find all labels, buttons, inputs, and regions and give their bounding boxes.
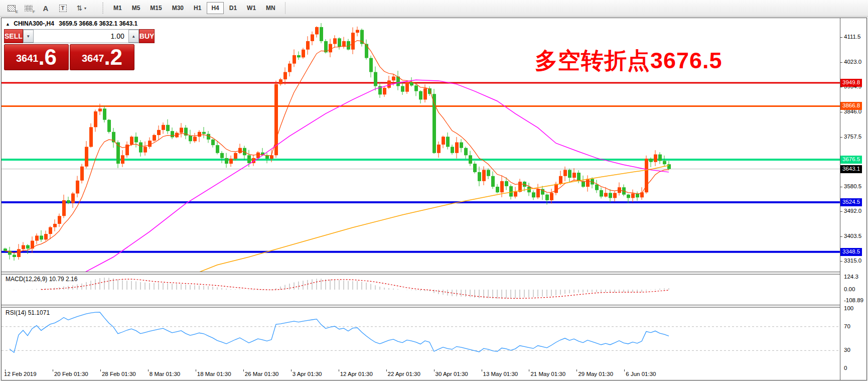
top-toolbar: E F A T ⇅ ▼ M1M5M15M30H1H4D1W1MN xyxy=(0,0,868,17)
price-tick-label: 3846.0 xyxy=(844,108,861,114)
date-tick-label: 21 May 01:30 xyxy=(530,371,565,377)
sell-button[interactable]: SELL xyxy=(4,29,23,43)
timeframe-button-mn[interactable]: MN xyxy=(261,2,280,14)
timeframe-button-m1[interactable]: M1 xyxy=(109,2,126,14)
buy-price-main: 3647 xyxy=(82,48,104,68)
date-tick-mark xyxy=(53,369,53,371)
dropdown-caret-icon: ▼ xyxy=(83,7,87,10)
date-tick-label: 26 Mar 01:30 xyxy=(245,371,279,377)
macd-panel-canvas[interactable] xyxy=(2,275,840,305)
chart-window: 4111.54023.03934.53846.03757.53669.03580… xyxy=(1,18,867,380)
arrows-dropdown-icon[interactable]: ⇅ ▼ xyxy=(73,3,90,14)
date-tick-mark xyxy=(148,369,149,371)
date-tick-label: 29 May 01:30 xyxy=(578,371,613,377)
rsi-panel-canvas[interactable] xyxy=(2,308,840,369)
timeframe-button-h1[interactable]: H1 xyxy=(189,2,206,14)
hatch-glyph xyxy=(8,5,16,12)
date-tick-mark xyxy=(243,369,244,371)
price-tick-label: 4111.5 xyxy=(844,34,860,40)
macd-axis-label: 0.00 xyxy=(844,286,855,292)
one-click-collapse-icon[interactable]: ▲ xyxy=(6,22,10,27)
dots-glyph xyxy=(25,5,33,12)
date-tick-mark xyxy=(624,369,625,371)
date-tick-label: 13 May 01:30 xyxy=(483,371,518,377)
date-tick-label: 6 Jun 01:30 xyxy=(626,371,656,377)
rsi-axis-label: 70 xyxy=(844,323,850,329)
date-tick-label: 18 Mar 01:30 xyxy=(197,371,231,377)
price-tick-label: 3315.0 xyxy=(844,258,861,264)
toolbar-separator xyxy=(285,2,285,14)
price-tick-label: 3580.5 xyxy=(844,183,861,189)
date-tick-label: 20 Feb 01:30 xyxy=(54,371,88,377)
icon-sub-label: E xyxy=(16,10,18,14)
toolbar-grip[interactable] xyxy=(102,3,105,14)
price-tick-label: 3757.5 xyxy=(844,134,861,140)
symbol-name: CHINA300-,H4 xyxy=(14,20,54,27)
date-tick-label: 30 Apr 01:30 xyxy=(436,371,468,377)
volume-input[interactable] xyxy=(34,30,128,43)
price-tick-label: 3934.5 xyxy=(844,83,861,89)
current-price-label: 3643.1 xyxy=(840,165,862,173)
timeframe-button-d1[interactable]: D1 xyxy=(225,2,241,14)
level-price-label: 3348.5 xyxy=(840,248,862,256)
price-tick-label: 3492.0 xyxy=(844,208,861,214)
slow-ma-line xyxy=(195,165,669,272)
ohlc-readout: 3659.5 3668.6 3632.1 3643.1 xyxy=(59,20,137,27)
macd-axis-label: -108.89 xyxy=(844,297,863,303)
date-tick-mark xyxy=(339,369,339,371)
date-tick-mark xyxy=(434,369,435,371)
rsi-axis-label: 30 xyxy=(844,347,850,353)
symbol-header: ▲ CHINA300-,H4 3659.5 3668.6 3632.1 3643… xyxy=(6,20,137,27)
macd-axis-label: 124.3 xyxy=(844,274,858,280)
date-tick-label: 8 Mar 01:30 xyxy=(150,371,180,377)
date-tick-mark xyxy=(100,369,101,371)
buy-price-box[interactable]: 3647 .2 xyxy=(70,44,134,70)
up-down-arrows-icon: ⇅ xyxy=(77,4,83,12)
timeframe-button-m30[interactable]: M30 xyxy=(168,2,188,14)
timeframe-button-w1[interactable]: W1 xyxy=(242,2,260,14)
chart-annotation-text: 多空转折点3676.5 xyxy=(535,46,722,76)
icon-sub-label: F xyxy=(33,10,35,14)
t-glyph: T xyxy=(59,5,67,12)
sell-price-pip: .6 xyxy=(38,46,57,68)
level-price-label: 3676.5 xyxy=(840,156,862,164)
rsi-axis-label: 0 xyxy=(844,365,847,371)
buy-button[interactable]: BUY xyxy=(139,29,155,43)
volume-decrease-button[interactable]: ▼ xyxy=(23,30,34,43)
rsi-axis-label: 100 xyxy=(844,305,853,311)
date-tick-mark xyxy=(576,369,577,371)
level-price-label: 3866.8 xyxy=(840,102,862,110)
date-tick-mark xyxy=(386,369,387,371)
sell-price-box[interactable]: 3641 .6 xyxy=(4,44,69,70)
price-axis-border xyxy=(840,18,840,380)
one-click-trading-panel: SELL ▼ ▲ BUY 3641 .6 3647 .2 xyxy=(4,29,135,70)
sell-price-main: 3641 xyxy=(16,48,39,68)
timeframe-button-m5[interactable]: M5 xyxy=(127,2,145,14)
rsi-indicator-label: RSI(14) 51.1071 xyxy=(6,309,50,316)
timeframe-button-h4[interactable]: H4 xyxy=(207,2,223,14)
rsi-line xyxy=(10,312,669,352)
level-price-label: 3949.8 xyxy=(840,79,862,87)
date-tick-mark xyxy=(529,369,529,371)
volume-increase-button[interactable]: ▲ xyxy=(128,30,139,43)
date-tick-label: 28 Feb 01:30 xyxy=(102,371,136,377)
mid-ma-line xyxy=(82,80,669,272)
price-tick-label: 3403.5 xyxy=(844,233,861,239)
label-a-tool-icon[interactable]: A xyxy=(39,3,52,14)
date-tick-label: 3 Apr 01:30 xyxy=(293,371,322,377)
text-t-tool-icon[interactable]: T xyxy=(56,3,69,14)
date-tick-mark xyxy=(291,369,292,371)
macd-indicator-label: MACD(12,26,9) 10.79 2.16 xyxy=(6,276,77,283)
buy-price-pip: .2 xyxy=(104,46,122,68)
date-tick-label: 22 Apr 01:30 xyxy=(388,371,420,377)
date-tick-label: 12 Apr 01:30 xyxy=(340,371,373,377)
date-tick-mark xyxy=(482,369,482,371)
grid-pattern-f-icon[interactable]: F xyxy=(22,3,35,14)
price-tick-label: 4023.0 xyxy=(844,59,861,65)
date-tick-label: 12 Feb 2019 xyxy=(4,371,37,377)
timeframe-button-m15[interactable]: M15 xyxy=(146,2,166,14)
chart-pattern-e-icon[interactable]: E xyxy=(5,3,18,14)
timeframe-button-group: M1M5M15M30H1H4D1W1MN xyxy=(109,2,281,14)
time-axis[interactable]: 12 Feb 201920 Feb 01:3028 Feb 01:308 Mar… xyxy=(2,369,840,380)
macd-signal-line xyxy=(41,279,669,298)
